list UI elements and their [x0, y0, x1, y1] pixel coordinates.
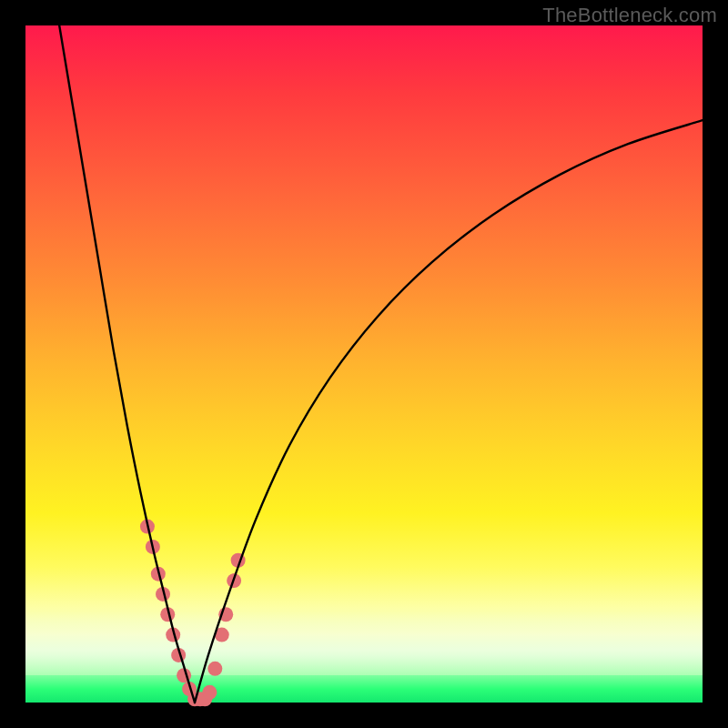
- highlight-band: [25, 612, 703, 675]
- valley-marker-dot: [227, 573, 241, 588]
- valley-marker-dot: [177, 668, 191, 682]
- plot-area: [25, 25, 703, 703]
- curve-layer: [25, 25, 703, 703]
- valley-marker-dot: [215, 628, 229, 642]
- valley-marker-dot: [156, 587, 170, 602]
- valley-marker-dot: [202, 685, 217, 700]
- valley-marker-dot: [151, 567, 166, 581]
- valley-marker-dot: [146, 540, 160, 554]
- valley-marker-dot: [193, 692, 207, 706]
- valley-marker-dot: [166, 628, 180, 642]
- right-branch-curve: [195, 120, 703, 703]
- valley-marker-dot: [231, 553, 246, 568]
- valley-marker-dot: [160, 607, 175, 622]
- valley-marker-dot: [218, 607, 233, 622]
- chart-frame: TheBottleneck.com: [0, 0, 728, 728]
- valley-marker-dot: [207, 662, 222, 676]
- valley-marker-dot: [182, 682, 197, 696]
- valley-marker-dot: [197, 692, 212, 706]
- left-branch-curve: [59, 25, 195, 703]
- watermark-text: TheBottleneck.com: [542, 4, 717, 27]
- valley-markers: [140, 520, 246, 707]
- valley-marker-dot: [140, 520, 155, 534]
- valley-marker-dot: [171, 648, 186, 662]
- valley-marker-dot: [187, 692, 202, 706]
